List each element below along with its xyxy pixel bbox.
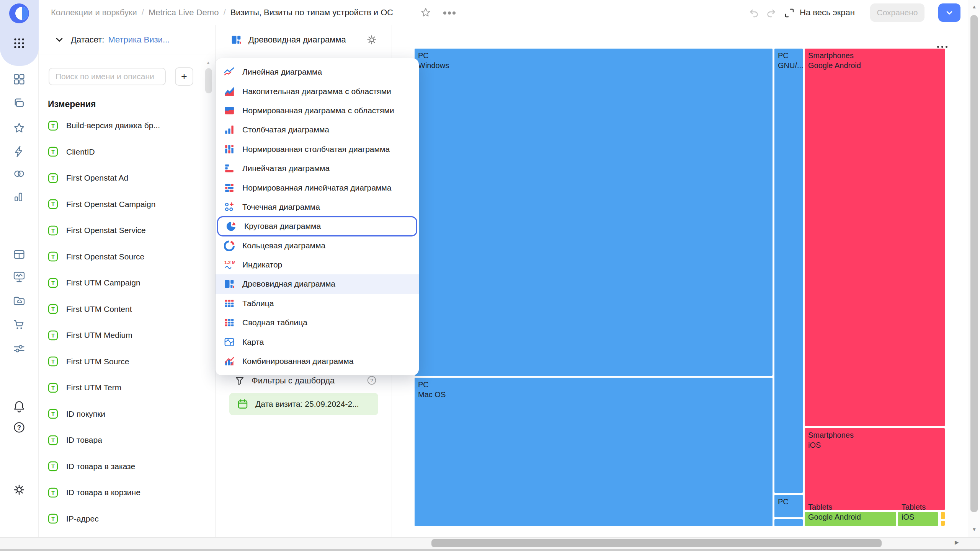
menu-item-donut-chart[interactable]: Кольцевая диаграмма [216, 236, 419, 255]
datalens-logo-icon[interactable] [8, 2, 30, 24]
help-icon[interactable]: ? [13, 421, 26, 434]
horizontal-scrollbar[interactable]: ▶ [0, 537, 980, 549]
breadcrumb-collections[interactable]: Коллекции и воркбуки [51, 8, 137, 18]
field-item[interactable]: TFirst UTM Campaign [48, 270, 209, 296]
menu-item-bar-chart[interactable]: Линейчатая диаграмма [216, 159, 419, 178]
breadcrumb-chart-title: Визиты, Визиты по типам устройств и ОС [230, 8, 394, 18]
treemap-tile[interactable]: PCWindows [415, 49, 773, 376]
menu-item-pivot-table[interactable]: Сводная таблица [216, 313, 419, 332]
treemap: PCWindowsPCMac OSPCGNU/...PCSmartphonesG… [415, 49, 945, 526]
fullscreen-button[interactable]: На весь экран [800, 0, 855, 25]
dataset-header[interactable]: Датасет: Метрика Визи... [39, 25, 215, 54]
field-item[interactable]: TFirst Openstat Source [48, 244, 209, 270]
activity-lightning-icon[interactable] [13, 145, 26, 158]
menu-item-pie-chart[interactable]: Круговая диаграмма [217, 217, 417, 236]
scroll-down-icon[interactable]: ▼ [968, 527, 980, 532]
favorites-star-icon[interactable] [13, 122, 26, 135]
field-item[interactable]: TID товара в заказе [48, 453, 209, 480]
field-item[interactable]: TID покупки [48, 401, 209, 427]
fullscreen-icon[interactable] [784, 8, 794, 18]
svg-text:?: ? [17, 424, 21, 431]
vertical-scrollbar[interactable]: ▲ ▼ [968, 0, 980, 537]
save-menu-button[interactable] [938, 3, 960, 22]
dashboards-icon[interactable] [13, 73, 26, 86]
menu-item-scatter-chart[interactable]: Точечная диаграмма [216, 197, 419, 217]
collections-icon[interactable] [13, 97, 26, 110]
menu-item-indicator[interactable]: 1.2 M Индикатор [216, 255, 419, 274]
field-item[interactable]: TIP-адрес [48, 506, 209, 532]
horizontal-scrollbar-thumb[interactable] [431, 539, 882, 547]
treemap-tile[interactable] [941, 512, 945, 519]
field-item[interactable]: TClientID [48, 139, 209, 165]
field-item[interactable]: TFirst Openstat Service [48, 217, 209, 244]
field-item[interactable]: TFirst Openstat Ad [48, 165, 209, 191]
tile-label: SmartphonesiOS [805, 428, 857, 452]
breadcrumb-workbook[interactable]: Metrica Live Demo [149, 8, 219, 18]
treemap-tile[interactable] [774, 519, 803, 526]
redo-icon[interactable] [766, 7, 777, 19]
add-field-button[interactable]: + [175, 67, 193, 86]
dataset-name-link[interactable]: Метрика Визи... [108, 35, 170, 45]
menu-item-table[interactable]: Таблица [216, 294, 419, 313]
menu-item-stacked-area[interactable]: Накопительная диаграмма с областями [216, 82, 419, 101]
menu-item-treemap[interactable]: Древовидная диаграмма [216, 274, 419, 293]
scroll-up-icon[interactable]: ▲ [968, 4, 980, 10]
dimension-type-icon: T [48, 173, 58, 183]
field-item[interactable]: TFirst UTM Medium [48, 322, 209, 349]
tuning-sliders-icon[interactable] [13, 342, 26, 355]
menu-item-combined-chart[interactable]: Комбинированная диаграмма [216, 352, 419, 371]
menu-item-normalized-bar[interactable]: Нормированная линейчатая диаграмма [216, 178, 419, 197]
chart-type-selector[interactable]: Древовидная диаграмма [216, 25, 392, 54]
chart-settings-gear-icon[interactable] [366, 34, 378, 46]
panel-scroll-up-icon[interactable]: ▲ [206, 60, 211, 65]
treemap-tile[interactable]: SmartphonesiOS [805, 428, 945, 510]
favorite-star-icon[interactable] [420, 7, 431, 18]
more-actions-icon[interactable] [443, 11, 456, 15]
treemap-tile[interactable] [941, 521, 945, 526]
treemap-tile[interactable]: SmartphonesGoogle Android [805, 49, 945, 426]
info-icon[interactable]: ? [367, 375, 377, 385]
charts-icon[interactable] [13, 190, 26, 203]
normalized-area-icon [224, 105, 235, 116]
svg-text:T: T [51, 385, 55, 391]
treemap-tile[interactable]: TabletsiOS [898, 512, 938, 526]
treemap-tile[interactable]: PCGNU/... [774, 49, 803, 493]
calendar-icon [237, 398, 248, 410]
field-item[interactable]: TID товара в корзине [48, 479, 209, 506]
vertical-scrollbar-thumb[interactable] [970, 15, 978, 512]
datalens-chart-editor: Коллекции и воркбуки / Metrica Live Demo… [0, 0, 980, 551]
panel-scrollbar-thumb[interactable] [205, 68, 212, 93]
date-filter-chip[interactable]: Дата визита: 25.09.2024-2... [229, 393, 378, 415]
svg-text:T: T [51, 228, 55, 234]
menu-item-map[interactable]: Карта [216, 332, 419, 351]
cart-icon[interactable] [13, 318, 26, 331]
treemap-tile[interactable]: PC [774, 495, 803, 517]
scroll-right-icon[interactable]: ▶ [955, 539, 959, 545]
settings-gear-icon[interactable] [13, 483, 26, 496]
field-item[interactable]: TID товара [48, 427, 209, 453]
search-input[interactable] [49, 68, 166, 85]
field-item[interactable]: TFirst UTM Content [48, 296, 209, 323]
monitoring-icon[interactable] [13, 270, 26, 283]
menu-item-normalized-area[interactable]: Нормированная диаграмма с областями [216, 101, 419, 120]
dashboard-filters-section: Фильтры с дашборда ? [216, 374, 392, 390]
menu-item-normalized-column[interactable]: Нормированная столбчатая диаграмма [216, 140, 419, 159]
linked-circles-icon[interactable] [13, 167, 26, 180]
treemap-tile[interactable]: PCMac OS [415, 378, 773, 526]
chart-context-menu-icon[interactable] [937, 46, 947, 48]
menu-item-line-chart[interactable]: Линейная диаграмма [216, 62, 419, 82]
undo-icon[interactable] [748, 7, 760, 19]
field-label: First UTM Medium [66, 331, 132, 340]
field-item[interactable]: TBuild-версия движка бр... [48, 112, 209, 139]
svg-text:T: T [51, 280, 55, 286]
treemap-tile[interactable]: TabletsGoogle Android [805, 512, 896, 526]
tables-icon[interactable] [13, 248, 26, 261]
save-button[interactable]: Сохранено [870, 3, 924, 22]
notifications-bell-icon[interactable] [13, 400, 26, 413]
field-item[interactable]: TFirst UTM Term [48, 375, 209, 401]
field-item[interactable]: TFirst Openstat Campaign [48, 191, 209, 218]
storage-folder-icon[interactable] [13, 294, 26, 307]
apps-grid-icon[interactable] [13, 37, 26, 50]
field-item[interactable]: TFirst UTM Source [48, 349, 209, 375]
menu-item-column-chart[interactable]: Столбчатая диаграмма [216, 120, 419, 139]
